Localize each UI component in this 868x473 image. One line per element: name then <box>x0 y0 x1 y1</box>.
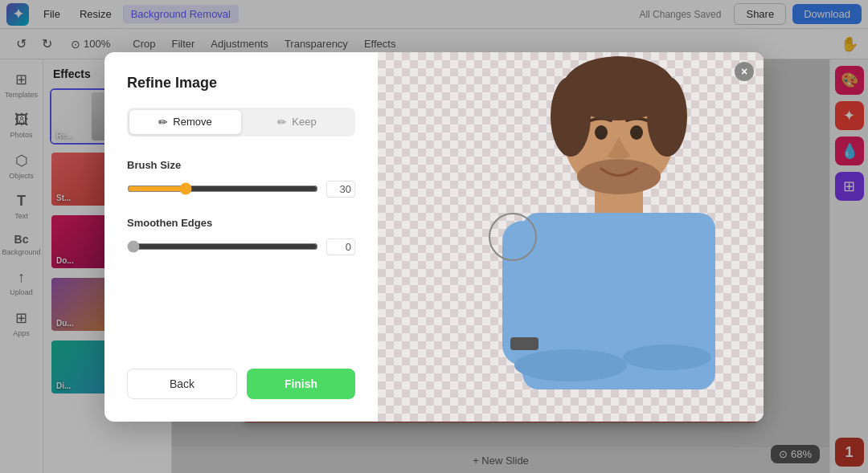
refine-preview[interactable] <box>378 52 764 422</box>
modal-backdrop: × Refine Image ✏ Remove ✏ Keep Brush Siz… <box>0 0 868 473</box>
svg-rect-8 <box>663 221 707 365</box>
brush-size-value: 30 <box>326 181 355 198</box>
remove-icon: ✏ <box>158 116 168 128</box>
refine-modal-buttons: Back Finish <box>127 369 355 399</box>
smoothen-edges-value: 0 <box>326 239 355 255</box>
remove-label: Remove <box>173 116 211 128</box>
svg-point-10 <box>623 345 711 370</box>
svg-point-9 <box>514 349 627 381</box>
keep-button[interactable]: ✏ Keep <box>241 110 353 134</box>
svg-point-13 <box>630 125 643 140</box>
keep-icon: ✏ <box>277 116 287 128</box>
remove-keep-toggle: ✏ Remove ✏ Keep <box>127 108 355 137</box>
back-button[interactable]: Back <box>127 369 237 399</box>
smoothen-edges-slider[interactable] <box>127 240 318 253</box>
svg-rect-17 <box>510 337 538 350</box>
refine-title: Refine Image <box>127 75 355 92</box>
finish-button[interactable]: Finish <box>247 369 355 399</box>
brush-size-slider[interactable] <box>127 182 318 195</box>
svg-point-16 <box>647 76 687 157</box>
smoothen-edges-row: 0 <box>127 239 355 255</box>
refine-modal: × Refine Image ✏ Remove ✏ Keep Brush Siz… <box>104 52 764 422</box>
modal-close-button[interactable]: × <box>735 62 754 81</box>
remove-button[interactable]: ✏ Remove <box>129 110 241 134</box>
brush-size-row: 30 <box>127 181 355 198</box>
keep-label: Keep <box>292 116 316 128</box>
svg-point-12 <box>595 125 608 140</box>
svg-point-15 <box>551 76 591 157</box>
smoothen-edges-label: Smoothen Edges <box>127 217 355 229</box>
refine-panel-left: Refine Image ✏ Remove ✏ Keep Brush Size … <box>104 52 378 422</box>
brush-size-label: Brush Size <box>127 159 355 171</box>
refine-person-svg <box>386 52 755 422</box>
